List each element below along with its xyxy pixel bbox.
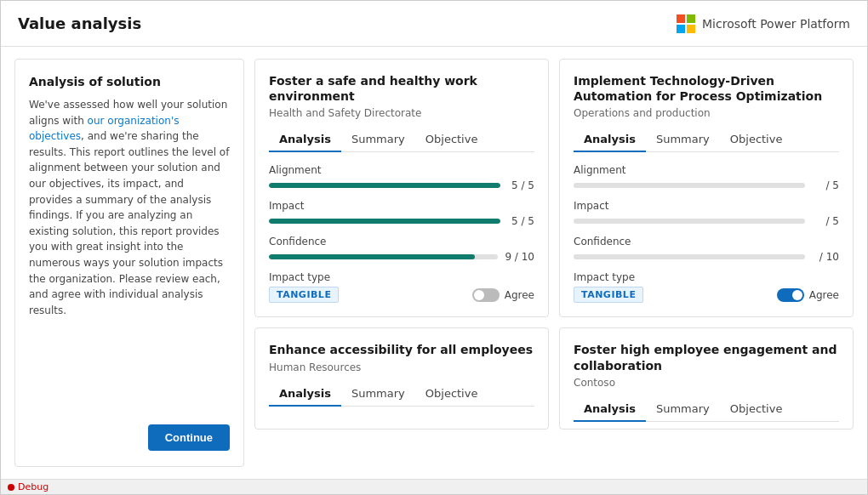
metric-alignment-2: Alignment / 5	[574, 164, 839, 191]
metric-confidence-bar-row-2: / 10	[574, 251, 839, 263]
agree-toggle-2[interactable]	[777, 288, 804, 302]
panel-text: We've assessed how well your solution al…	[29, 97, 230, 318]
metric-value-1: 5 / 5	[507, 179, 534, 191]
card-2-title: Implement Technology-Driven Automation f…	[574, 73, 839, 104]
debug-bar: Debug	[1, 479, 867, 494]
sq-yellow	[687, 25, 695, 33]
impact-type-section-2: Impact type TANGIBLE Agree	[574, 271, 839, 303]
metric-confidence-label-1: Confidence	[269, 236, 534, 248]
app-frame: Value analysis Microsoft Power Platform …	[0, 0, 868, 495]
metric-impact-label-1: Impact	[269, 200, 534, 212]
brand-text: Microsoft Power Platform	[702, 17, 850, 31]
tab-analysis-1[interactable]: Analysis	[269, 128, 341, 152]
card-3-title: Enhance accessibility for all employees	[269, 342, 534, 357]
left-panel: Analysis of solution We've assessed how …	[14, 59, 244, 467]
impact-row-2: TANGIBLE Agree	[574, 287, 839, 303]
agree-row-2: Agree	[777, 288, 839, 302]
agree-toggle-1[interactable]	[472, 288, 500, 302]
card-1-subtitle: Health and Safety Directorate	[269, 107, 534, 119]
metric-bar-row-1: 5 / 5	[269, 179, 534, 191]
impact-row-1: TANGIBLE Agree	[269, 287, 534, 303]
metric-impact-track-2	[574, 219, 805, 224]
metric-alignment-track-2	[574, 183, 805, 188]
metric-bar-fill-1	[269, 183, 500, 188]
card-foster-engagement: Foster high employee engagement and coll…	[559, 327, 854, 430]
card-3-tabs: Analysis Summary Objective	[269, 382, 534, 407]
card-2-tabs: Analysis Summary Objective	[574, 128, 839, 152]
tab-summary-2[interactable]: Summary	[646, 128, 720, 152]
panel-heading: Analysis of solution	[29, 75, 230, 88]
sq-blue	[677, 25, 685, 33]
tab-analysis-4[interactable]: Analysis	[574, 397, 646, 422]
impact-badge-1: TANGIBLE	[269, 287, 339, 303]
card-enhance-accessibility: Enhance accessibility for all employees …	[254, 327, 549, 430]
highlight-text: our organization's objectives	[29, 115, 179, 143]
debug-label: Debug	[18, 481, 49, 492]
agree-label-2: Agree	[809, 289, 839, 301]
metric-confidence-fill-1	[269, 254, 475, 259]
agree-label-1: Agree	[505, 289, 534, 301]
sq-green	[687, 14, 695, 23]
metric-alignment-label-1: Alignment	[269, 164, 534, 176]
agree-row-1: Agree	[472, 288, 534, 302]
metric-confidence-1: Confidence 9 / 10	[269, 236, 534, 263]
debug-dot	[8, 484, 14, 491]
left-panel-body: Analysis of solution We've assessed how …	[29, 75, 230, 318]
metric-alignment-1: Alignment 5 / 5	[269, 164, 534, 191]
metric-impact-2: Impact / 5	[574, 200, 839, 227]
metric-confidence-track-1	[269, 254, 498, 259]
continue-button[interactable]: Continue	[148, 424, 230, 451]
tab-summary-1[interactable]: Summary	[341, 128, 415, 152]
impact-badge-2: TANGIBLE	[574, 287, 643, 303]
metric-confidence-value-1: 9 / 10	[505, 251, 534, 263]
tab-objective-1[interactable]: Objective	[415, 128, 488, 152]
card-implement-tech: Implement Technology-Driven Automation f…	[559, 59, 854, 317]
metric-impact-value-1: 5 / 5	[507, 215, 534, 227]
card-1-tabs: Analysis Summary Objective	[269, 128, 534, 152]
metric-alignment-bar-row-2: / 5	[574, 179, 839, 191]
tab-analysis-2[interactable]: Analysis	[574, 128, 646, 152]
tab-objective-4[interactable]: Objective	[720, 397, 793, 422]
tab-summary-4[interactable]: Summary	[646, 397, 720, 422]
tab-analysis-3[interactable]: Analysis	[269, 382, 341, 407]
header: Value analysis Microsoft Power Platform	[1, 1, 867, 47]
card-4-title: Foster high employee engagement and coll…	[574, 342, 839, 373]
card-4-subtitle: Contoso	[574, 377, 839, 389]
metric-confidence-value-2: / 10	[812, 251, 839, 263]
metric-impact-bar-row-1: 5 / 5	[269, 215, 534, 227]
card-2-subtitle: Operations and production	[574, 107, 839, 119]
card-1-title: Foster a safe and healthy work environme…	[269, 73, 534, 104]
metric-impact-value-2: / 5	[812, 215, 839, 227]
metric-impact-1: Impact 5 / 5	[269, 200, 534, 227]
metric-confidence-track-2	[574, 254, 805, 259]
main-content: Analysis of solution We've assessed how …	[1, 47, 867, 479]
metric-impact-bar-row-2: / 5	[574, 215, 839, 227]
metric-impact-label-2: Impact	[574, 200, 839, 212]
metric-alignment-value-2: / 5	[812, 179, 839, 191]
impact-type-label-1: Impact type	[269, 271, 534, 283]
metric-impact-fill-1	[269, 219, 500, 224]
sq-red	[677, 14, 685, 23]
metric-confidence-label-2: Confidence	[574, 236, 839, 248]
impact-type-section-1: Impact type TANGIBLE Agree	[269, 271, 534, 303]
card-4-tabs: Analysis Summary Objective	[574, 397, 839, 422]
cards-area: Foster a safe and healthy work environme…	[254, 59, 854, 467]
brand-logo: Microsoft Power Platform	[677, 14, 850, 33]
tab-summary-3[interactable]: Summary	[341, 382, 415, 407]
page-title: Value analysis	[18, 14, 141, 32]
card-3-subtitle: Human Resources	[269, 361, 534, 373]
metric-bar-track-1	[269, 183, 500, 188]
card-foster-safe: Foster a safe and healthy work environme…	[254, 59, 549, 317]
ms-squares-icon	[677, 14, 695, 33]
tab-objective-3[interactable]: Objective	[415, 382, 488, 407]
metric-impact-track-1	[269, 219, 500, 224]
metric-confidence-2: Confidence / 10	[574, 236, 839, 263]
metric-confidence-bar-row-1: 9 / 10	[269, 251, 534, 263]
metric-alignment-label-2: Alignment	[574, 164, 839, 176]
impact-type-label-2: Impact type	[574, 271, 839, 283]
tab-objective-2[interactable]: Objective	[720, 128, 793, 152]
